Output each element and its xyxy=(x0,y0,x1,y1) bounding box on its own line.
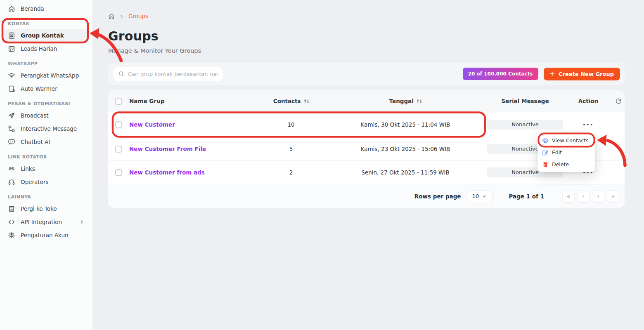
sidebar-item-label: Perangkat WhatsApp xyxy=(21,72,79,79)
contacts-count: 5 xyxy=(257,146,325,152)
sidebar-item-leads-harian[interactable]: Leads Harian xyxy=(3,42,89,55)
home-icon xyxy=(8,5,15,12)
next-page-button[interactable]: › xyxy=(592,190,604,203)
sidebar-item-api-integration[interactable]: API Integration xyxy=(3,215,89,229)
page-indicator: Page 1 of 1 xyxy=(509,193,545,200)
row-checkbox[interactable] xyxy=(115,169,122,176)
breadcrumb-home-icon[interactable] xyxy=(108,13,115,19)
sidebar-item-group-kontak[interactable]: Group Kontak xyxy=(3,29,89,42)
row-checkbox[interactable] xyxy=(115,146,122,153)
sidebar-item-auto-warmer[interactable]: Auto Warmer xyxy=(3,82,89,95)
pagination-controls: « ‹ › » xyxy=(562,190,619,203)
serial-status-badge: Nonactive xyxy=(487,120,563,130)
breadcrumb: Groups xyxy=(108,12,625,20)
prev-page-button[interactable]: ‹ xyxy=(577,190,590,203)
sidebar-item-links[interactable]: Links xyxy=(3,162,89,175)
menu-item-view-contacts[interactable]: View Contacts xyxy=(537,134,595,146)
row-actions-context-menu: View Contacts Edit Delete xyxy=(537,134,595,172)
group-date: Kamis, 30 Okt 2025 - 11:04 WIB xyxy=(325,121,486,128)
sidebar-item-pengaturan-akun[interactable]: Pengaturan Akun xyxy=(3,229,89,242)
column-header-nama-grup: Nama Grup xyxy=(129,98,257,104)
sidebar-item-label: Chatbot AI xyxy=(21,139,50,145)
sidebar-item-chatbot-ai[interactable]: Chatbot AI xyxy=(3,135,89,148)
column-header-action: Action xyxy=(564,98,612,104)
search-input[interactable] xyxy=(128,71,218,77)
trash-icon xyxy=(542,161,549,168)
chatbot-icon xyxy=(8,138,15,146)
sidebar-item-beranda[interactable]: Beranda xyxy=(3,2,89,15)
breadcrumb-current[interactable]: Groups xyxy=(128,13,148,19)
contact-card-icon xyxy=(8,32,15,39)
toolbar: 20 of 100.000 Contacts + Create New Grou… xyxy=(108,63,625,85)
create-new-group-button[interactable]: + Create New Group xyxy=(544,68,620,80)
select-all-checkbox[interactable] xyxy=(115,98,122,105)
sidebar-item-label: Auto Warmer xyxy=(21,85,57,92)
contacts-count: 10 xyxy=(257,121,325,128)
sidebar-item-label: Group Kontak xyxy=(21,32,64,39)
row-actions-menu-icon[interactable]: ••• xyxy=(583,123,594,127)
store-icon xyxy=(8,205,15,212)
contacts-count: 2 xyxy=(257,169,325,176)
column-header-contacts[interactable]: Contacts ↑↓ xyxy=(257,98,325,104)
sidebar-section-link-rotator: LINK ROTATOR xyxy=(0,154,92,160)
sidebar-item-interactive-message[interactable]: Interactive Message xyxy=(3,122,89,135)
contacts-count-badge: 20 of 100.000 Contacts xyxy=(463,68,538,80)
menu-item-label: Delete xyxy=(552,161,569,167)
last-page-button[interactable]: » xyxy=(607,190,619,203)
refresh-icon[interactable] xyxy=(615,98,622,105)
chevron-right-icon xyxy=(79,219,85,225)
sidebar-item-broadcast[interactable]: Broadcast xyxy=(3,109,89,122)
menu-item-label: View Contacts xyxy=(552,137,589,144)
flow-nodes-icon xyxy=(8,125,15,132)
sidebar-section-lainnya: LAINNYA xyxy=(0,194,92,200)
sort-icon[interactable]: ↑↓ xyxy=(416,99,422,104)
breadcrumb-separator-icon xyxy=(119,14,124,19)
menu-item-edit[interactable]: Edit xyxy=(537,146,595,158)
search-box xyxy=(113,67,223,81)
rows-per-page-value: 10 xyxy=(472,193,479,199)
sidebar-item-operators[interactable]: Operators xyxy=(3,175,89,189)
sidebar-section-pesan-otomatisasi: PESAN & OTOMATISASI xyxy=(0,101,92,106)
sidebar-section-kontak: KONTAK xyxy=(0,21,92,26)
sidebar-item-label: Links xyxy=(21,165,35,172)
sidebar-item-label: Broadcast xyxy=(21,112,49,119)
sidebar-item-label: Pengaturan Akun xyxy=(21,232,69,238)
headset-icon xyxy=(8,178,15,186)
column-header-tanggal[interactable]: Tanggal ↑↓ xyxy=(325,98,486,104)
sidebar-item-label: Operators xyxy=(21,179,48,185)
sidebar-item-pergi-ke-toko[interactable]: Pergi ke Toko xyxy=(3,202,89,215)
code-icon xyxy=(8,218,15,226)
eye-icon xyxy=(542,137,549,144)
group-name-link[interactable]: New Customer xyxy=(129,121,175,128)
sidebar-section-whatsapp: WHATSAPP xyxy=(0,61,92,66)
group-name-link[interactable]: New Customer From File xyxy=(129,146,206,152)
table-footer: Rows per page 10 Page 1 of 1 « ‹ › » xyxy=(108,184,625,208)
rows-per-page-label: Rows per page xyxy=(414,193,461,200)
table-header-row: Nama Grup Contacts ↑↓ Tanggal ↑↓ Serial … xyxy=(108,90,625,112)
first-page-button[interactable]: « xyxy=(562,190,575,203)
group-date: Kamis, 23 Okt 2025 - 15:06 WIB xyxy=(325,146,486,152)
menu-item-label: Edit xyxy=(552,149,562,156)
sort-icon[interactable]: ↑↓ xyxy=(303,99,309,104)
device-refresh-icon xyxy=(8,85,15,92)
row-checkbox[interactable] xyxy=(115,121,122,128)
wifi-icon xyxy=(8,72,15,79)
sidebar-item-label: API Integration xyxy=(21,219,62,225)
sidebar-item-label: Beranda xyxy=(21,5,44,12)
page-subtitle: Manage & Monitor Your Groups xyxy=(108,47,625,55)
calendar-icon xyxy=(8,45,15,52)
sidebar-item-label: Pergi ke Toko xyxy=(21,205,57,212)
rows-per-page-select[interactable]: 10 xyxy=(467,191,492,202)
column-header-serial-message: Serial Message xyxy=(486,98,564,104)
send-icon xyxy=(8,112,15,119)
table-row[interactable]: New Customer 10 Kamis, 30 Okt 2025 - 11:… xyxy=(108,112,625,137)
menu-item-delete[interactable]: Delete xyxy=(537,158,595,170)
chevron-down-icon xyxy=(482,194,487,199)
edit-icon xyxy=(542,149,549,156)
create-button-label: Create New Group xyxy=(559,71,614,77)
gear-icon xyxy=(8,231,15,239)
plus-icon: + xyxy=(550,71,555,77)
sidebar-item-label: Leads Harian xyxy=(21,45,57,52)
sidebar-item-perangkat-whatsapp[interactable]: Perangkat WhatsApp xyxy=(3,69,89,82)
group-name-link[interactable]: New Customer from ads xyxy=(129,169,205,176)
